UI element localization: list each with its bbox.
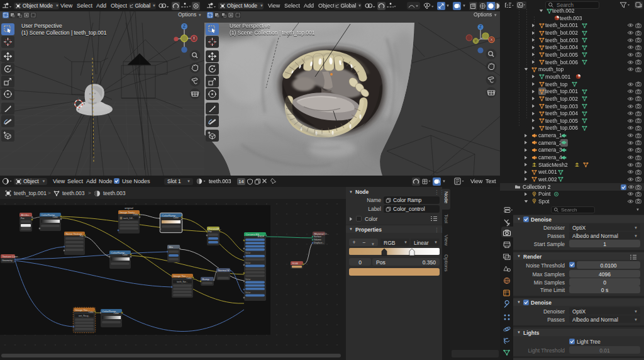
svg-text:Color: Color bbox=[133, 213, 138, 216]
svg-text:original: original bbox=[125, 206, 133, 210]
svg-text:Image Tex...: Image Tex... bbox=[174, 274, 188, 278]
svg-text:wet_Roug...: wet_Roug... bbox=[79, 315, 90, 317]
svg-text:Value: Value bbox=[245, 291, 251, 294]
svg-text:Color: Color bbox=[52, 216, 58, 218]
svg-text:Fac: Fac bbox=[21, 217, 25, 220]
svg-text:Value: Value bbox=[245, 278, 251, 281]
svg-text:Fac: Fac bbox=[80, 235, 84, 237]
svg-text:Attribu...: Attribu... bbox=[21, 213, 31, 217]
svg-text:Color: Color bbox=[122, 254, 128, 256]
svg-text:Image Tex...: Image Tex... bbox=[75, 308, 90, 312]
svg-text:Color: Color bbox=[173, 217, 179, 219]
svg-text:Color: Color bbox=[113, 312, 119, 315]
svg-text:X: X bbox=[192, 36, 196, 40]
svg-text:Y: Y bbox=[474, 39, 477, 43]
svg-text:Geometry: Geometry bbox=[2, 259, 13, 262]
svg-text:Mix: Mix bbox=[169, 245, 174, 249]
svg-text:Surface: Surface bbox=[314, 235, 321, 238]
svg-text:Displace...: Displace... bbox=[314, 242, 324, 244]
svg-text:Z: Z bbox=[479, 25, 482, 29]
svg-text:Value: Value bbox=[245, 262, 251, 264]
svg-text:Volume: Volume bbox=[314, 239, 321, 241]
svg-text:BSDF: BSDF bbox=[258, 235, 265, 238]
svg-text:Fac: Fac bbox=[208, 230, 212, 233]
svg-text:Z: Z bbox=[183, 24, 186, 28]
svg-text:Texture Coor...: Texture Coor... bbox=[3, 255, 20, 258]
svg-text:Value: Value bbox=[245, 252, 251, 254]
svg-text:teeth_Diff...: teeth_Diff... bbox=[123, 217, 134, 220]
svg-text:Material O...: Material O... bbox=[314, 232, 329, 235]
svg-text:Color: Color bbox=[186, 277, 192, 279]
svg-text:teeth_Nor...: teeth_Nor... bbox=[177, 281, 188, 283]
svg-text:Bump: Bump bbox=[203, 278, 210, 281]
svg-text:X: X bbox=[490, 38, 492, 42]
svg-text:RGB: RGB bbox=[292, 262, 298, 265]
svg-text:Color: Color bbox=[88, 311, 94, 313]
